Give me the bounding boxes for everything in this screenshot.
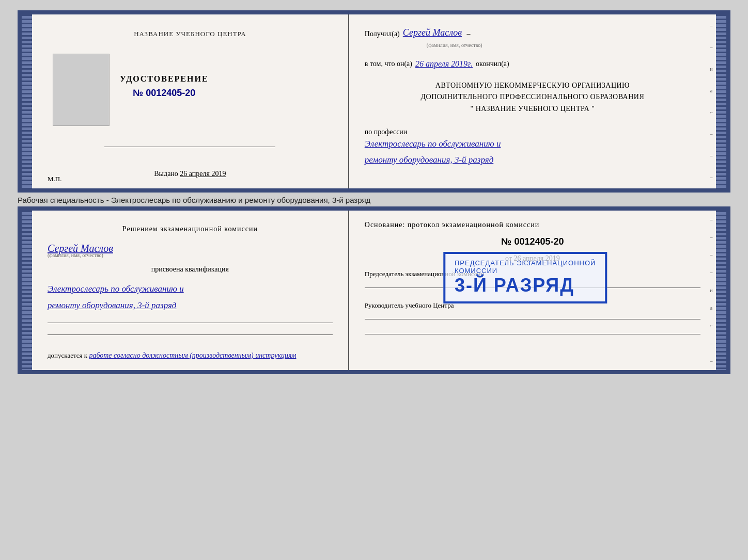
side-marks-bottom: – – – – и а ← – – bbox=[707, 211, 716, 370]
completion-date: 26 апреля 2019г. bbox=[415, 59, 473, 69]
vydano-label: Выдано bbox=[154, 170, 178, 178]
doc-bottom-right: Основание: протокол экзаменационной коми… bbox=[349, 211, 716, 370]
left-binding-top bbox=[22, 14, 32, 188]
left-binding-bottom bbox=[22, 211, 32, 370]
photo-placeholder bbox=[53, 54, 110, 126]
profession-line1-bottom: Электрослесарь по обслуживанию и bbox=[48, 281, 333, 297]
org-line3: " НАЗВАНИЕ УЧЕБНОГО ЦЕНТРА " bbox=[365, 103, 700, 115]
org-block: АВТОНОМНУЮ НЕКОММЕРЧЕСКУЮ ОРГАНИЗАЦИЮ ДО… bbox=[365, 80, 700, 115]
document-top: НАЗВАНИЕ УЧЕБНОГО ЦЕНТРА УДОСТОВЕРЕНИЕ №… bbox=[18, 10, 730, 193]
profession-block-bottom: Электрослесарь по обслуживанию и ремонту… bbox=[48, 281, 333, 314]
dopuskaetsya-block: допускается к работе согласно должностны… bbox=[48, 351, 333, 360]
document-bottom: Решением экзаменационной комиссии Сергей… bbox=[18, 206, 730, 374]
right-binding-top bbox=[716, 14, 726, 188]
udost-label: УДОСТОВЕРЕНИЕ bbox=[120, 74, 209, 84]
prisvoena-label: присвоена квалификация bbox=[48, 265, 333, 274]
name-block-bottom: Сергей Маслов (фамилия, имя, отчество) bbox=[48, 243, 333, 258]
side-marks-top: – – и а ← – – – bbox=[707, 14, 716, 188]
po-professii-label: по профессии bbox=[365, 128, 408, 136]
right-binding-bottom bbox=[716, 211, 726, 370]
dash1: – bbox=[465, 30, 471, 38]
org-line2: ДОПОЛНИТЕЛЬНОГО ПРОФЕССИОНАЛЬНОГО ОБРАЗО… bbox=[365, 91, 700, 103]
stamp-small-label: Председатель экзаменационнойкомиссии bbox=[455, 259, 596, 275]
dopusk-text: работе согласно должностным (производств… bbox=[89, 351, 296, 359]
doc-top-left: НАЗВАНИЕ УЧЕБНОГО ЦЕНТРА УДОСТОВЕРЕНИЕ №… bbox=[32, 14, 349, 188]
center-title-top: НАЗВАНИЕ УЧЕБНОГО ЦЕНТРА bbox=[134, 30, 246, 38]
org-line1: АВТОНОМНУЮ НЕКОММЕРЧЕСКУЮ ОРГАНИЗАЦИЮ bbox=[365, 80, 700, 91]
osnovanie-title: Основание: протокол экзаменационной коми… bbox=[365, 221, 700, 229]
fio-label-top: (фамилия, имя, отчество) bbox=[427, 42, 700, 48]
recipient-name-top: Сергей Маслов bbox=[403, 27, 462, 38]
vtom-line: в том, что он(а) 26 апреля 2019г. окончи… bbox=[365, 59, 700, 69]
udost-number: № 0012405-20 bbox=[133, 88, 195, 99]
profession-line1-top: Электрослесарь по обслуживанию и bbox=[365, 136, 700, 152]
poluchil-prefix: Получил(а) bbox=[365, 30, 400, 38]
doc-top-right: Получил(а) Сергей Маслов – (фамилия, имя… bbox=[349, 14, 716, 188]
stamp-main-text: 3-й разряд bbox=[455, 275, 574, 296]
doc-bottom-left: Решением экзаменационной комиссии Сергей… bbox=[32, 211, 349, 370]
profession-line2-bottom: ремонту оборудования, 3-й разряд bbox=[48, 297, 333, 314]
between-docs-label: Рабочая специальность - Электрослесарь п… bbox=[18, 193, 370, 206]
stamp: Председатель экзаменационнойкомиссии 3-й… bbox=[443, 252, 607, 303]
poluchil-line: Получил(а) Сергей Маслов – bbox=[365, 27, 700, 38]
resheniem-title: Решением экзаменационной комиссии bbox=[48, 223, 333, 234]
vydano-date: 26 апреля 2019 bbox=[180, 170, 226, 178]
vtom-prefix: в том, что он(а) bbox=[365, 60, 412, 68]
okончил-suffix: окончил(а) bbox=[476, 60, 509, 68]
vydano-line: Выдано 26 апреля 2019 bbox=[154, 170, 226, 178]
mp-label: М.П. bbox=[48, 175, 61, 183]
dopuskaetsya-prefix: допускается к bbox=[48, 351, 87, 359]
po-professii-block: по профессии Электрослесарь по обслужива… bbox=[365, 128, 700, 168]
protocol-number: № 0012405-20 bbox=[365, 236, 700, 247]
profession-line2-top: ремонту оборудования, 3-й разряд bbox=[365, 152, 700, 168]
fio-label-bottom: (фамилия, имя, отчество) bbox=[48, 252, 333, 258]
